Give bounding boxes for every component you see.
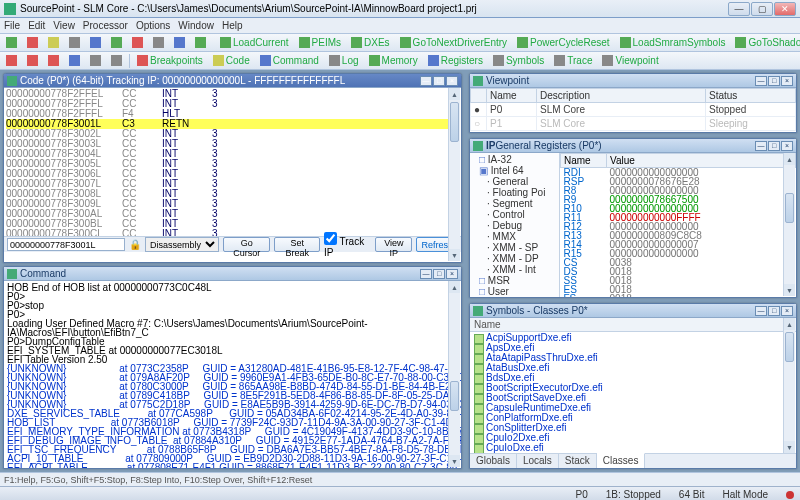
tb-command[interactable]: Command (256, 53, 323, 68)
scroll-thumb[interactable] (450, 102, 459, 142)
tool-icon[interactable] (65, 35, 84, 50)
tree-node[interactable]: · MMX (471, 231, 558, 242)
tool-icon[interactable] (65, 53, 84, 68)
scrollbar[interactable]: ▲▼ (783, 153, 795, 296)
panel-close-icon[interactable]: × (446, 76, 458, 86)
tool-icon[interactable] (44, 53, 63, 68)
tool-icon[interactable] (23, 53, 42, 68)
viewpoint-row[interactable]: ●P0SLM CoreStopped (471, 103, 796, 117)
col-header[interactable]: Name (561, 154, 607, 168)
menu-help[interactable]: Help (222, 20, 243, 31)
tb-registers[interactable]: Registers (424, 53, 487, 68)
registers-title[interactable]: IP General Registers (P0*) — □ × (470, 139, 796, 153)
tree-node[interactable]: · Floating Poi (471, 187, 558, 198)
viewpoint-title[interactable]: Viewpoint — □ × (470, 74, 796, 88)
tool-icon[interactable] (44, 35, 63, 50)
tool-icon[interactable] (107, 35, 126, 50)
col-header[interactable]: Status (706, 89, 796, 103)
tab-locals[interactable]: Locals (517, 454, 559, 468)
tool-icon[interactable] (86, 35, 105, 50)
close-button[interactable]: ✕ (774, 2, 796, 16)
tree-node[interactable]: □ User (471, 286, 558, 297)
tb-loadsmram[interactable]: LoadSmramSymbols (616, 35, 730, 50)
tb-powercycle[interactable]: PowerCycleReset (513, 35, 613, 50)
tree-node[interactable]: · Control (471, 209, 558, 220)
symbols-list[interactable]: AcpiSupportDxe.efiApsDxe.efiAtaAtapiPass… (470, 332, 796, 453)
command-title[interactable]: Command — □ × (4, 267, 461, 281)
panel-min-icon[interactable]: — (755, 76, 767, 86)
panel-min-icon[interactable]: — (420, 76, 432, 86)
tool-icon[interactable] (149, 35, 168, 50)
register-row[interactable]: ES0018 (561, 285, 796, 294)
panel-min-icon[interactable]: — (420, 269, 432, 279)
scroll-up-icon[interactable]: ▲ (449, 88, 460, 100)
panel-min-icon[interactable]: — (755, 141, 767, 151)
tb-code[interactable]: Code (209, 53, 254, 68)
menu-options[interactable]: Options (136, 20, 170, 31)
register-row[interactable]: SS0018 (561, 276, 796, 285)
set-break-button[interactable]: Set Break (274, 237, 320, 252)
track-ip-checkbox[interactable]: Track IP (324, 232, 371, 258)
menu-processor[interactable]: Processor (83, 20, 128, 31)
panel-close-icon[interactable]: × (446, 269, 458, 279)
tb-symbols[interactable]: Symbols (489, 53, 548, 68)
tree-node[interactable]: · XMM - Int (471, 264, 558, 275)
menu-view[interactable]: View (53, 20, 75, 31)
tb-gotonextdriver[interactable]: GoToNextDriverEntry (396, 35, 511, 50)
tb-log[interactable]: Log (325, 53, 363, 68)
symbols-col-header[interactable]: Name (470, 318, 796, 332)
tree-node[interactable]: □ IA-32 (471, 154, 558, 165)
tb-trace[interactable]: Trace (550, 53, 596, 68)
tool-icon[interactable] (170, 35, 189, 50)
tool-icon[interactable] (107, 53, 126, 68)
tb-loadcurrent[interactable]: LoadCurrent (216, 35, 293, 50)
view-ip-button[interactable]: View IP (375, 237, 412, 252)
panel-close-icon[interactable]: × (781, 306, 793, 316)
view-mode-select[interactable]: Disassembly (145, 237, 219, 252)
panel-max-icon[interactable]: □ (433, 76, 445, 86)
tree-node[interactable]: · General (471, 176, 558, 187)
panel-close-icon[interactable]: × (781, 141, 793, 151)
panel-max-icon[interactable]: □ (768, 306, 780, 316)
register-row[interactable]: DS0018 (561, 267, 796, 276)
register-row[interactable]: FS0018 (561, 294, 796, 297)
panel-max-icon[interactable]: □ (768, 141, 780, 151)
code-listing[interactable]: 00000000778F2FFELCCINT300000000778F2FFFL… (4, 88, 461, 236)
tool-icon[interactable] (128, 35, 147, 50)
col-header[interactable] (471, 89, 487, 103)
tree-node[interactable]: · Segment (471, 198, 558, 209)
scrollbar[interactable]: ▲▼ (448, 281, 460, 467)
tab-classes[interactable]: Classes (597, 453, 646, 468)
tree-node[interactable]: ▣ Intel 64 (471, 165, 558, 176)
col-header[interactable]: Description (537, 89, 706, 103)
panel-close-icon[interactable]: × (781, 76, 793, 86)
tree-node[interactable]: · Debug (471, 220, 558, 231)
viewpoint-row[interactable]: ○P1SLM CoreSleeping (471, 117, 796, 131)
address-input[interactable] (7, 238, 125, 251)
lock-icon[interactable]: 🔒 (129, 239, 141, 250)
code-line[interactable]: 00000000778F300CLCCINT3 (6, 229, 459, 236)
tool-icon[interactable] (2, 53, 21, 68)
menu-edit[interactable]: Edit (28, 20, 45, 31)
col-header[interactable]: Value (607, 154, 796, 168)
scrollbar[interactable]: ▲▼ (783, 318, 795, 453)
panel-max-icon[interactable]: □ (433, 269, 445, 279)
tab-globals[interactable]: Globals (470, 454, 517, 468)
maximize-button[interactable]: ▢ (751, 2, 773, 16)
scrollbar[interactable]: ▲ ▼ (448, 88, 460, 261)
tool-icon[interactable] (191, 35, 210, 50)
panel-max-icon[interactable]: □ (768, 76, 780, 86)
go-cursor-button[interactable]: Go Cursor (223, 237, 270, 252)
command-output[interactable]: HOB End of HOB list at 00000000773C0C48L… (4, 281, 461, 468)
register-tree[interactable]: □ IA-32▣ Intel 64· General· Floating Poi… (470, 153, 560, 297)
tree-node[interactable]: · XMM - SP (471, 242, 558, 253)
tb-dxes[interactable]: DXEs (347, 35, 394, 50)
tree-node[interactable]: □ MSR (471, 275, 558, 286)
symbols-title[interactable]: Symbols - Classes P0* — □ × (470, 304, 796, 318)
tb-gotoshadowed[interactable]: GoToShadowedPeiCore (731, 35, 800, 50)
minimize-button[interactable]: — (728, 2, 750, 16)
tool-icon[interactable] (2, 35, 21, 50)
col-header[interactable]: Name (487, 89, 537, 103)
tool-icon[interactable] (86, 53, 105, 68)
code-panel-title[interactable]: Code (P0*) (64-bit) Tracking IP: 0000000… (4, 74, 461, 88)
